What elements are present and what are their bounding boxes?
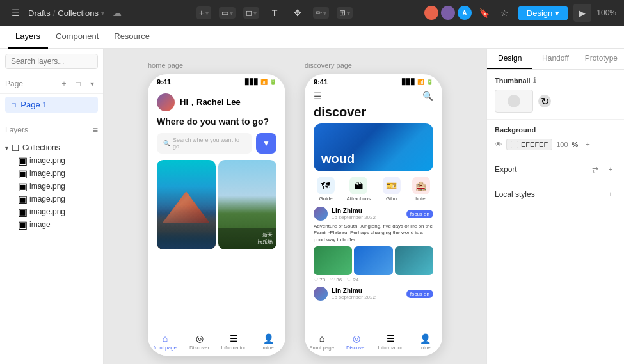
search-icon[interactable]: 🔍 — [422, 91, 433, 101]
nav-home[interactable]: ⌂ front page — [148, 333, 182, 351]
disc-bottom-nav: ⌂ Front page ◎ Discover ☰ Information 👤 … — [305, 329, 442, 356]
home-bottom-nav: ⌂ front page ◎ Discover ☰ Information 👤 … — [148, 329, 285, 356]
visibility-icon[interactable]: 👁 — [495, 140, 502, 149]
layer-name: image.png — [29, 156, 65, 165]
breadcrumb-project[interactable]: Collections — [58, 8, 99, 18]
disc-nav-home[interactable]: ⌂ Front page — [305, 333, 339, 351]
layer-item[interactable]: ▣ image — [0, 218, 103, 231]
zoom-level[interactable]: 100% — [596, 8, 616, 17]
breadcrumb-drafts[interactable]: Drafts — [28, 8, 51, 18]
cat-gibo[interactable]: 🎫 Gibo — [383, 177, 401, 202]
layer-item[interactable]: ▣ image.png — [0, 205, 103, 218]
search-placeholder: Search where you want to go — [173, 137, 246, 150]
play-button[interactable]: ▶ — [573, 4, 591, 22]
add-export-icon[interactable]: + — [605, 164, 616, 175]
local-styles-section: Local styles + — [487, 182, 624, 207]
post-img-3 — [395, 246, 433, 275]
layer-item[interactable]: ▣ image.png — [0, 180, 103, 193]
layers-section: Layers ≡ — [0, 121, 103, 139]
shape-tool-group[interactable]: ◻ ▾ — [243, 7, 259, 19]
disc-wifi-icon: 📶 — [417, 79, 424, 85]
pen-tool-group[interactable]: ✏ ▾ — [313, 7, 329, 19]
home-time: 9:41 — [157, 78, 171, 86]
bg-opacity: 100 — [556, 141, 568, 148]
tab-design[interactable]: Design — [487, 49, 532, 69]
publish-button[interactable]: Design ▾ — [518, 6, 568, 20]
battery-icon: 🔋 — [269, 79, 276, 85]
add-tool-group[interactable]: + ▾ — [196, 6, 211, 19]
cat-attractions[interactable]: 🏔 Attractions — [346, 177, 371, 202]
cat-hotel-label: hotel — [415, 196, 426, 202]
breadcrumb: Drafts / Collections ▾ — [28, 8, 104, 18]
component-tool-group[interactable]: ⊞ ▾ — [337, 7, 353, 19]
add-local-styles-icon[interactable]: + — [605, 189, 616, 200]
disc-nav-mine[interactable]: 👤 mine — [408, 333, 442, 351]
bg-color-value: EFEFEF — [521, 141, 548, 148]
frame-tool-group[interactable]: ▭ ▾ — [219, 7, 236, 19]
thumbnail-refresh[interactable]: ↻ — [538, 95, 551, 107]
move-tool[interactable]: ✥ — [290, 5, 305, 20]
disc-nav-info[interactable]: ☰ Information — [374, 333, 408, 351]
gibo-icon: 🎫 — [383, 177, 401, 194]
thumbnail-content: ↻ — [495, 90, 616, 113]
right-tabs: Design Handoff Prototype — [487, 49, 624, 70]
home-frame-wrapper: home page 9:41 ▊▊▊ 📶 🔋 Hi，Rachel Lee — [148, 74, 285, 356]
tab-prototype[interactable]: Prototype — [579, 49, 624, 69]
layer-item[interactable]: ▣ image.png — [0, 193, 103, 205]
user-avatar — [157, 93, 175, 111]
avatar-3: A — [458, 6, 472, 20]
cat-hotel[interactable]: 🏨 hotel — [412, 177, 430, 202]
nav-mine[interactable]: 👤 mine — [251, 333, 285, 351]
follow2-button[interactable]: focus on — [406, 290, 433, 298]
discovery-frame-label: discovery page — [305, 61, 352, 69]
follow-button[interactable]: focus on — [406, 210, 433, 218]
export-section: Export ⇄ + — [487, 157, 624, 182]
post2-header: Lin Zhimu 16 september 2022 focus on — [314, 287, 433, 301]
nav-info[interactable]: ☰ Information — [217, 333, 252, 351]
guide-icon: 🗺 — [317, 177, 335, 194]
cat-guide[interactable]: 🗺 Guide — [317, 177, 335, 202]
post-img-2 — [354, 246, 392, 275]
menu-icon[interactable]: ☰ — [314, 91, 322, 101]
layer-item[interactable]: ▣ image.png — [0, 167, 103, 180]
profile-icon: 👤 — [263, 333, 274, 344]
canvas[interactable]: home page 9:41 ▊▊▊ 📶 🔋 Hi，Rachel Lee — [104, 49, 486, 364]
layers-options-icon[interactable]: ≡ — [93, 125, 98, 135]
bookmark-icon[interactable]: 🔖 — [477, 5, 492, 20]
page-chevron-icon[interactable]: ▾ — [86, 78, 98, 90]
disc-nav-discover[interactable]: ◎ Discover — [339, 333, 374, 351]
text-tool[interactable]: T — [267, 5, 282, 20]
info-icon[interactable]: ℹ — [533, 76, 536, 84]
star-icon[interactable]: ☆ — [497, 5, 513, 20]
cloud-icon[interactable]: ☁ — [109, 5, 125, 20]
layer-item[interactable]: ▣ image.png — [0, 154, 103, 167]
disc-info-icon: ☰ — [387, 333, 395, 344]
nav-discover[interactable]: ◎ Discover — [182, 333, 217, 351]
tab-component[interactable]: Component — [48, 26, 106, 49]
hamburger-icon[interactable]: ☰ — [8, 5, 23, 20]
layer-collections[interactable]: ▾ □ Collections — [0, 141, 103, 154]
bg-color-box[interactable]: EFEFEF — [506, 139, 552, 150]
category-row: 🗺 Guide 🏔 Attractions 🎫 Gibo 🏨 hotel — [305, 177, 442, 202]
image-layer-icon: ▣ — [18, 156, 27, 165]
search-input[interactable] — [5, 54, 98, 69]
search-box[interactable]: 🔍 Search where you want to go — [157, 133, 252, 154]
bg-row: 👁 EFEFEF 100 % + — [495, 139, 616, 150]
disc-battery-icon: 🔋 — [426, 79, 433, 85]
post2-username: Lin Zhimu — [332, 287, 406, 294]
tab-handoff[interactable]: Handoff — [532, 49, 578, 69]
tab-layers[interactable]: Layers — [8, 26, 48, 49]
post-date: 16 september 2022 — [332, 214, 406, 220]
filter-button[interactable]: ▼ — [256, 133, 276, 154]
page-menu-icon[interactable]: □ — [72, 78, 84, 90]
tab-resource[interactable]: Resource — [106, 26, 157, 49]
chevron-down-icon[interactable]: ▾ — [101, 10, 104, 17]
add-bg-icon[interactable]: + — [582, 139, 593, 150]
disc-signal-icons: ▊▊▊ 📶 🔋 — [402, 79, 433, 85]
export-settings-icon[interactable]: ⇄ — [589, 164, 601, 175]
add-page-icon[interactable]: + — [58, 78, 70, 90]
page-1-item[interactable]: □ Page 1 — [5, 97, 98, 113]
images-grid: 新天旅乐场 — [157, 160, 276, 249]
disc-nav-home-label: Front page — [310, 345, 335, 351]
page-label: Page — [5, 79, 23, 88]
